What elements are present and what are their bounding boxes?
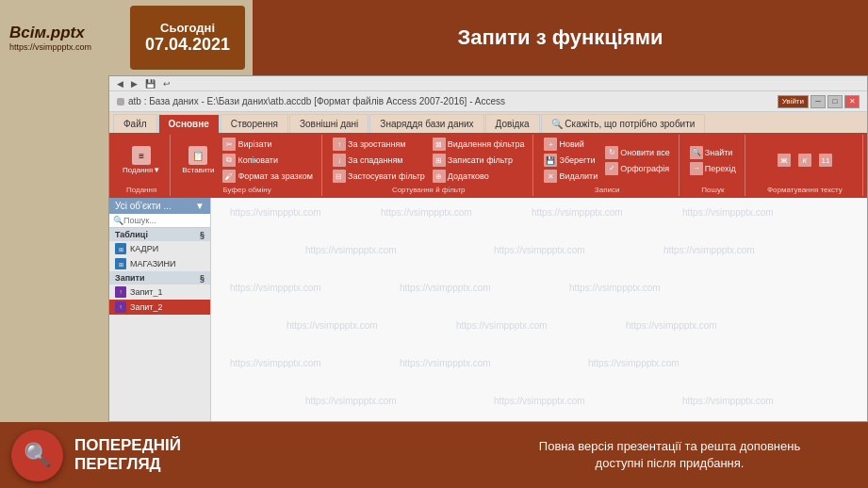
close-button[interactable]: ✕ bbox=[844, 95, 860, 108]
btn-dodatkovo[interactable]: ⊕ Додатково bbox=[430, 169, 528, 184]
qa-back[interactable]: ◀ bbox=[115, 79, 125, 89]
nav-section-queries[interactable]: Запити § bbox=[109, 271, 210, 285]
nav-label-zapyt1: Запит_1 bbox=[130, 287, 162, 297]
format-icon: 🖌 bbox=[222, 170, 236, 183]
access-window: ◀ ▶ 💾 ↩ atb : База даних - E:\Бази даних… bbox=[108, 75, 868, 422]
nav-search[interactable]: 🔍 bbox=[109, 214, 210, 228]
titlebar-controls[interactable]: Увійти ─ □ ✕ bbox=[778, 95, 860, 108]
sort-desc-label: За спаданням bbox=[348, 155, 403, 165]
btn-vidalyty-filtr[interactable]: ⊠ Видалення фільтра bbox=[430, 137, 528, 152]
nav-header-arrow[interactable]: ▼ bbox=[195, 201, 205, 211]
sortuvannya-content: ↑ За зростанням ↓ За спаданням ⊟ Застосу… bbox=[330, 137, 528, 184]
bottom-bar: 🔍 ПОПЕРЕДНІЙПЕРЕГЛЯД Повна версія презен… bbox=[0, 422, 868, 488]
header-title-area: Запити з функціями bbox=[253, 0, 868, 75]
vyrizaty-label: Вирізати bbox=[237, 139, 271, 149]
refresh-icon: ↻ bbox=[605, 146, 618, 159]
btn-vstavyty[interactable]: 📋 Вставити bbox=[178, 144, 218, 176]
qa-save[interactable]: 💾 bbox=[143, 79, 157, 89]
format-col: Ж bbox=[775, 153, 794, 168]
nav-item-magazyny[interactable]: ⊞ МАГАЗИНИ bbox=[109, 256, 210, 271]
find-icon: 🔍 bbox=[690, 146, 703, 159]
record-filter-label: Записати фільтр bbox=[448, 155, 513, 165]
tab-skazhy[interactable]: 🔍 Скажіть, що потрібно зробити bbox=[541, 114, 706, 133]
bold-icon: Ж bbox=[778, 154, 791, 167]
nav-item-kadry[interactable]: ⊞ КАДРИ bbox=[109, 241, 210, 256]
bufer-content: 📋 Вставити ✂ Вирізати ⧉ Копіювати bbox=[178, 137, 316, 184]
nav-item-zapyt2[interactable]: ! Запит_2 bbox=[109, 300, 210, 315]
tab-stvorennya[interactable]: Створення bbox=[221, 114, 288, 133]
vyrizaty-icon: ✂ bbox=[222, 138, 236, 151]
ujity-button[interactable]: Увійти bbox=[778, 95, 809, 108]
preview-text-area: ПОПЕРЕДНІЙПЕРЕГЛЯД bbox=[74, 436, 471, 475]
qa-forward[interactable]: ▶ bbox=[129, 79, 139, 89]
btn-format[interactable]: 🖌 Формат за зразком bbox=[220, 169, 316, 184]
record-filter-icon: ⊞ bbox=[433, 154, 446, 167]
btn-onovyty[interactable]: ↻ Оновити все bbox=[602, 145, 673, 160]
delete-icon: ✕ bbox=[544, 170, 557, 183]
btn-podannya[interactable]: ≡ Подання▼ bbox=[119, 144, 164, 176]
font-size-icon: 11 bbox=[819, 154, 832, 167]
tab-fayl[interactable]: Файл bbox=[113, 114, 157, 133]
btn-orfografiya[interactable]: ✓ Орфографія bbox=[602, 161, 673, 176]
qa-undo[interactable]: ↩ bbox=[161, 79, 172, 89]
btn-italic[interactable]: К bbox=[795, 153, 814, 168]
btn-zberegty[interactable]: 💾 Зберегти bbox=[541, 153, 600, 168]
table-icon-magazyny: ⊞ bbox=[115, 258, 126, 269]
nav-item-zapyt1[interactable]: ! Запит_1 bbox=[109, 285, 210, 300]
wm-1: https://vsimppptx.com bbox=[230, 207, 321, 218]
orfografiya-label: Орфографія bbox=[620, 164, 669, 173]
btn-novyy[interactable]: + Новий bbox=[541, 137, 600, 152]
nav-header[interactable]: Усі об'єкти ... ▼ bbox=[109, 198, 210, 214]
btn-perekhid[interactable]: → Перехід bbox=[687, 161, 739, 176]
btn-zastosuvaty[interactable]: ⊟ Застосувати фільтр bbox=[330, 169, 428, 184]
btn-zapys-filtr[interactable]: ⊞ Записати фільтр bbox=[430, 153, 528, 168]
bufer-col: ✂ Вирізати ⧉ Копіювати 🖌 Формат за зразк… bbox=[220, 137, 316, 184]
sortuvannya-col2: ⊠ Видалення фільтра ⊞ Записати фільтр ⊕ … bbox=[430, 137, 528, 184]
btn-za-zrostannyam[interactable]: ↑ За зростанням bbox=[330, 137, 428, 152]
tab-znaryddya[interactable]: Знаряддя бази даних bbox=[369, 114, 483, 133]
dodatkovo-label: Додатково bbox=[448, 171, 489, 181]
zapysy-content: + Новий 💾 Зберегти ✕ Видалити bbox=[541, 137, 672, 184]
wm-4: https://vsimppptx.com bbox=[682, 207, 774, 218]
tab-dovidka[interactable]: Довідка bbox=[485, 114, 540, 133]
wm-18: https://vsimppptx.com bbox=[494, 396, 585, 406]
query-icon-2: ! bbox=[115, 301, 126, 313]
preview-badge: 🔍 bbox=[11, 430, 63, 481]
novyy-label: Новий bbox=[559, 139, 583, 149]
format-label: Формат за зразком bbox=[237, 171, 313, 181]
tab-zovnishni[interactable]: Зовнішні дані bbox=[289, 114, 368, 133]
titlebar-left: atb : База даних - E:\Бази даних\atb.acc… bbox=[117, 96, 505, 106]
bufer-group-label: Буфер обміну bbox=[222, 186, 270, 194]
tab-osnovne[interactable]: Основне bbox=[158, 114, 220, 133]
nav-search-input[interactable] bbox=[123, 216, 194, 225]
wm-14: https://vsimppptx.com bbox=[230, 358, 321, 368]
wm-2: https://vsimppptx.com bbox=[381, 207, 472, 218]
btn-vydalyty[interactable]: ✕ Видалити bbox=[541, 169, 600, 184]
bottom-desc-line2: доступні після придбання. bbox=[471, 455, 868, 472]
queries-count: § bbox=[200, 273, 205, 283]
ribbon-tabs: Файл Основне Створення Зовнішні дані Зна… bbox=[109, 112, 867, 133]
quick-access-toolbar: ◀ ▶ 💾 ↩ bbox=[109, 76, 867, 91]
zberegty-label: Зберегти bbox=[559, 155, 595, 165]
titlebar-dots bbox=[117, 98, 124, 106]
titlebar-dot-1 bbox=[117, 98, 124, 106]
nav-label-kadry: КАДРИ bbox=[130, 244, 158, 253]
btn-znayty[interactable]: 🔍 Знайти bbox=[687, 145, 739, 160]
bottom-desc-line1: Повна версія презентації та решта доповн… bbox=[471, 438, 868, 455]
ribbon-toolbar: ≡ Подання▼ Подання 📋 Вставити ✂ bbox=[109, 133, 867, 198]
btn-font-size[interactable]: 11 bbox=[816, 153, 835, 168]
nav-section-tables[interactable]: Таблиці § bbox=[109, 228, 210, 241]
sort-desc-icon: ↓ bbox=[333, 154, 346, 167]
work-area: https://vsimppptx.com https://vsimppptx.… bbox=[211, 198, 867, 421]
btn-za-spadannyam[interactable]: ↓ За спаданням bbox=[330, 153, 428, 168]
kopiyuvaty-label: Копіювати bbox=[237, 155, 278, 165]
btn-bold[interactable]: Ж bbox=[775, 153, 794, 168]
wm-12: https://vsimppptx.com bbox=[456, 320, 548, 331]
vstavyty-label: Вставити bbox=[182, 166, 214, 174]
zapysy-col: + Новий 💾 Зберегти ✕ Видалити bbox=[541, 137, 600, 184]
minimize-button[interactable]: ─ bbox=[811, 95, 826, 108]
btn-kopiyuvaty[interactable]: ⧉ Копіювати bbox=[220, 153, 316, 168]
maximize-button[interactable]: □ bbox=[827, 95, 843, 108]
btn-vyrizaty[interactable]: ✂ Вирізати bbox=[220, 137, 316, 152]
wm-17: https://vsimppptx.com bbox=[305, 396, 397, 406]
